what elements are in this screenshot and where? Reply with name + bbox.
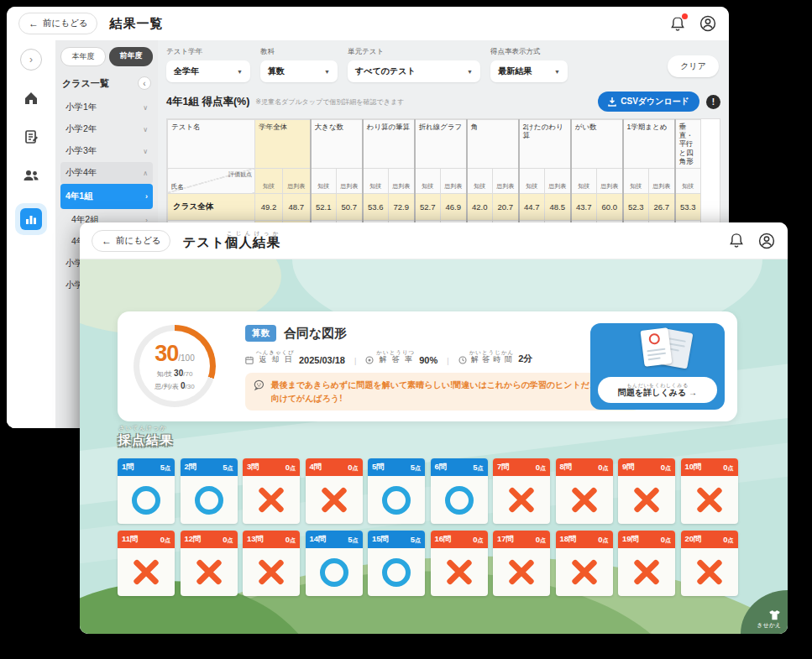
page-title: テスト個人結果こじんけっか <box>182 230 280 252</box>
question-tile-body <box>556 476 613 524</box>
chevron-right-icon[interactable]: › <box>20 49 42 71</box>
view-problems-button[interactable]: もんだいをくわしくみる 問題を詳しくみる → <box>598 377 717 403</box>
chevron-icon: › <box>145 192 148 201</box>
filter-group: 単元テストすべてのテスト▼ <box>348 47 480 82</box>
tab-prev-year[interactable]: 前年度 <box>109 47 153 66</box>
view-problems-card[interactable]: もんだいをくわしくみる 問題を詳しくみる → <box>590 323 725 410</box>
tshirt-icon <box>768 609 781 620</box>
correct-circle-icon <box>132 486 160 515</box>
question-points: 0点 <box>598 463 608 473</box>
question-tile-14: 14問5点 <box>306 531 363 596</box>
question-tile-body <box>243 476 300 524</box>
filter-group: テスト学年全学年▼ <box>166 47 250 82</box>
question-results-grid: 1問5点2問5点3問0点4問0点5問5点6問5点7問0点8問0点9問0点10問0… <box>118 458 739 596</box>
correct-circle-icon <box>382 558 411 587</box>
sidebar-item-4年1組[interactable]: 4年1組› <box>60 184 153 209</box>
question-tile-header: 8問0点 <box>556 458 613 476</box>
point-suffix: 点 <box>290 465 296 471</box>
calendar-icon <box>245 356 254 364</box>
bell-icon[interactable] <box>668 14 687 33</box>
question-number: 15問 <box>372 534 389 545</box>
cell-value: 60.0 <box>597 193 623 220</box>
subcol-knowledge: 知技 <box>519 168 545 193</box>
question-tile-body <box>431 548 488 596</box>
chart-icon[interactable] <box>15 203 47 235</box>
question-tile-header: 18問0点 <box>556 531 613 548</box>
col-unit: わり算の筆算 <box>363 120 415 169</box>
question-tile-10: 10問0点 <box>681 458 738 524</box>
question-tile-body <box>181 548 238 596</box>
question-tile-header: 19問0点 <box>618 531 675 548</box>
wrong-cross-icon <box>568 556 601 589</box>
corner-eval-label: 評価観点 <box>228 170 252 179</box>
account-icon[interactable] <box>699 14 717 33</box>
people-icon[interactable] <box>20 165 42 186</box>
filter-select-2[interactable]: すべてのテスト▼ <box>348 60 480 82</box>
subcol-thinking: 思判表 <box>493 168 519 193</box>
filter-bar: テスト学年全学年▼教科算数▼単元テストすべてのテスト▼得点率表示方式最新結果▼ <box>166 47 720 82</box>
back-button[interactable]: ← 前にもどる <box>18 13 97 34</box>
notification-dot <box>682 13 688 19</box>
test-title: 合同な図形 <box>284 326 347 342</box>
question-points: 0点 <box>598 535 608 545</box>
question-points: 0点 <box>473 535 483 545</box>
cell-value: 53.6 <box>363 193 389 220</box>
question-points: 0点 <box>536 535 546 545</box>
question-tile-2: 2問5点 <box>181 458 238 524</box>
point-suffix: 点 <box>540 465 546 471</box>
filter-select-0[interactable]: 全学年▼ <box>166 60 250 82</box>
question-tile-18: 18問0点 <box>556 531 613 596</box>
sidebar-item-小学2年[interactable]: 小学2年∨ <box>60 118 153 140</box>
wrong-cross-icon <box>443 556 476 589</box>
csv-download-button[interactable]: CSVダウンロード <box>598 92 699 112</box>
question-points: 0点 <box>723 535 733 545</box>
tab-this-year[interactable]: 本年度 <box>60 47 106 66</box>
filter-select-3[interactable]: 最新結果▼ <box>490 60 568 82</box>
question-tile-header: 20問0点 <box>681 531 738 548</box>
question-points: 5点 <box>411 535 421 545</box>
theme-change-button[interactable]: きせかえ <box>741 590 788 634</box>
question-tile-header: 14問5点 <box>306 531 363 548</box>
subject-badge: 算数 <box>245 325 276 342</box>
answer-time: 解答時間かいとうじかん 2分 <box>458 349 533 365</box>
report-icon[interactable] <box>20 126 42 148</box>
point-suffix: 点 <box>478 465 484 471</box>
question-tile-13: 13問0点 <box>243 531 300 596</box>
question-number: 11問 <box>122 534 139 545</box>
bell-icon[interactable] <box>727 232 746 250</box>
cell-value: 46.9 <box>441 193 467 220</box>
filter-select-1[interactable]: 算数▼ <box>260 60 338 82</box>
section-title: 4年1組 得点率(%) <box>166 95 249 109</box>
filter-label: 単元テスト <box>348 47 480 57</box>
question-number: 12問 <box>185 534 202 545</box>
cell-value: 48.7 <box>283 193 311 220</box>
question-tile-12: 12問0点 <box>181 531 238 596</box>
sidebar-item-小学1年[interactable]: 小学1年∨ <box>60 97 153 118</box>
collapse-panel-icon[interactable]: ‹ <box>138 76 151 90</box>
filter-group: 得点率表示方式最新結果▼ <box>490 47 568 82</box>
question-tile-8: 8問0点 <box>556 458 613 524</box>
correct-circle-icon <box>195 486 223 515</box>
question-tile-body <box>618 548 675 596</box>
question-tile-body <box>118 548 175 596</box>
sidebar-item-小学4年[interactable]: 小学4年∧ <box>60 162 153 184</box>
wrong-cross-icon <box>693 556 726 589</box>
clear-filters-button[interactable]: クリア <box>668 55 719 77</box>
sidebar-item-小学3年[interactable]: 小学3年∨ <box>60 140 153 162</box>
cell-value: 72.9 <box>389 193 415 220</box>
info-icon[interactable]: ! <box>706 95 720 109</box>
question-tile-header: 3問0点 <box>243 458 300 476</box>
correct-circle-icon <box>320 558 348 587</box>
subcol-thinking: 思判表 <box>545 168 571 193</box>
chevron-icon: ∨ <box>143 148 148 155</box>
col-grade-overall: 学年全体 <box>255 120 311 169</box>
clock-icon <box>458 356 467 364</box>
question-points: 5点 <box>223 463 233 473</box>
cell-value: 49.2 <box>255 193 283 220</box>
home-icon[interactable] <box>20 87 42 109</box>
return-date: 返却日へんきゃくび 2025/03/18 <box>245 349 345 365</box>
cell-value: 42.0 <box>467 193 493 220</box>
account-icon[interactable] <box>757 232 776 250</box>
back-button[interactable]: ← 前にもどる <box>92 230 170 252</box>
question-tile-19: 19問0点 <box>618 531 675 596</box>
